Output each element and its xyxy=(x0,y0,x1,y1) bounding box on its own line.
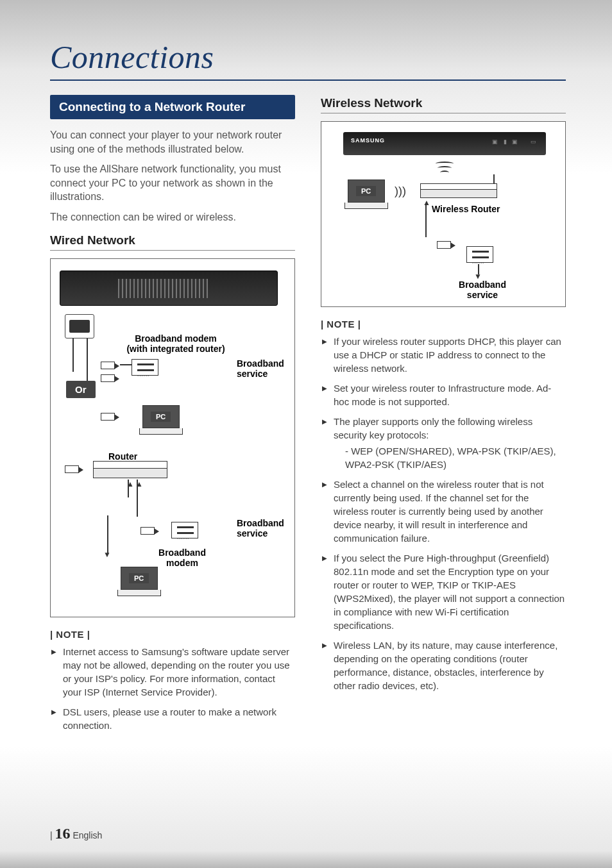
plug-icon xyxy=(140,527,155,537)
arrow-up-icon: ▲ xyxy=(126,480,134,488)
bb-service-label-1: Broadband service xyxy=(237,358,294,379)
plug-icon xyxy=(101,374,115,384)
footer-bar: | xyxy=(50,830,53,840)
wired-note-label: | NOTE | xyxy=(50,629,295,640)
wired-heading: Wired Network xyxy=(50,233,295,251)
cable-line xyxy=(120,364,132,365)
page-footer: | 16 English xyxy=(50,825,102,842)
bb-modem-label: Broadband modem xyxy=(147,547,217,568)
router-label: Router xyxy=(108,451,137,462)
left-column: Connecting to a Network Router You can c… xyxy=(50,95,295,739)
wifi-icon xyxy=(436,162,454,175)
note-item-text: The player supports only the following w… xyxy=(334,416,532,440)
wireless-diagram: SAMSUNG ▣ ▮ ▣ ▭ PC ))) Wireless Router ▲… xyxy=(321,121,566,307)
note-item: Internet access to Samsung's software up… xyxy=(51,645,295,699)
wireless-router-label: Wireless Router xyxy=(432,204,500,214)
router-icon xyxy=(93,468,167,478)
intro-paragraph-2: To use the AllShare network functionalit… xyxy=(50,162,295,204)
note-item: Wireless LAN, by its nature, may cause i… xyxy=(322,638,566,692)
note-sub-item: WEP (OPEN/SHARED), WPA-PSK (TKIP/AES), W… xyxy=(334,444,566,471)
pc-badge-2: PC xyxy=(129,573,149,583)
wireless-note-list: If your wireless router supports DHCP, t… xyxy=(321,335,566,692)
arrow-down-icon: ▼ xyxy=(103,550,111,559)
or-label: Or xyxy=(66,381,96,398)
wired-note-list: Internet access to Samsung's software up… xyxy=(50,645,295,732)
plug-icon xyxy=(101,362,115,371)
wall-icon: ······ xyxy=(171,522,198,540)
wired-diagram: ······ Broadband modem (with integrated … xyxy=(50,258,295,617)
plug-icon xyxy=(101,413,115,422)
note-item: If your wireless router supports DHCP, t… xyxy=(322,335,566,375)
player-device-icon xyxy=(60,271,278,306)
wall-icon: ······ xyxy=(132,359,158,378)
note-item: Set your wireless router to Infrastructu… xyxy=(322,381,566,408)
wireless-heading: Wireless Network xyxy=(321,96,566,113)
note-item: The player supports only the following w… xyxy=(322,415,566,471)
right-column: Wireless Network SAMSUNG ▣ ▮ ▣ ▭ PC ))) … xyxy=(321,95,566,739)
note-item: DSL users, please use a router to make a… xyxy=(51,705,295,732)
note-item: Select a channel on the wireless router … xyxy=(322,478,566,545)
pc-badge: PC xyxy=(151,412,171,422)
title-bar: Connections xyxy=(50,38,566,81)
intro-paragraph-1: You can connect your player to your netw… xyxy=(50,128,295,156)
wireless-router-icon xyxy=(420,189,497,198)
section-heading: Connecting to a Network Router xyxy=(50,95,295,119)
port-icon xyxy=(65,314,94,338)
footer-lang: English xyxy=(72,830,102,840)
plug-icon xyxy=(437,241,451,251)
cable-line xyxy=(87,338,88,387)
brand-label: SAMSUNG xyxy=(351,137,385,144)
cable-line xyxy=(425,205,427,237)
pc-badge-3: PC xyxy=(356,186,376,196)
wireless-note-label: | NOTE | xyxy=(321,319,566,330)
plug-icon xyxy=(65,465,79,475)
player-indicator-icons: ▣ ▮ ▣ ▭ xyxy=(492,138,538,145)
bb-service-label-2: Broadband service xyxy=(237,518,294,538)
bb-service-label-3: Broadband service xyxy=(447,280,518,300)
player-device-icon: SAMSUNG ▣ ▮ ▣ ▭ xyxy=(343,132,546,155)
page-number: 16 xyxy=(55,825,71,842)
signal-icon: ))) xyxy=(395,185,406,198)
bb-modem-integrated-label: Broadband modem (with integrated router) xyxy=(115,333,237,354)
content-columns: Connecting to a Network Router You can c… xyxy=(50,95,566,739)
cable-line xyxy=(107,515,108,554)
wall-icon: ······ xyxy=(466,246,493,265)
page: Connections Connecting to a Network Rout… xyxy=(0,0,612,868)
page-title: Connections xyxy=(50,38,566,76)
intro-paragraph-3: The connection can be wired or wireless. xyxy=(50,210,295,224)
note-item: If you select the Pure High-throughput (… xyxy=(322,551,566,632)
arrow-up-icon: ▲ xyxy=(135,480,143,488)
cable-line xyxy=(72,338,74,372)
